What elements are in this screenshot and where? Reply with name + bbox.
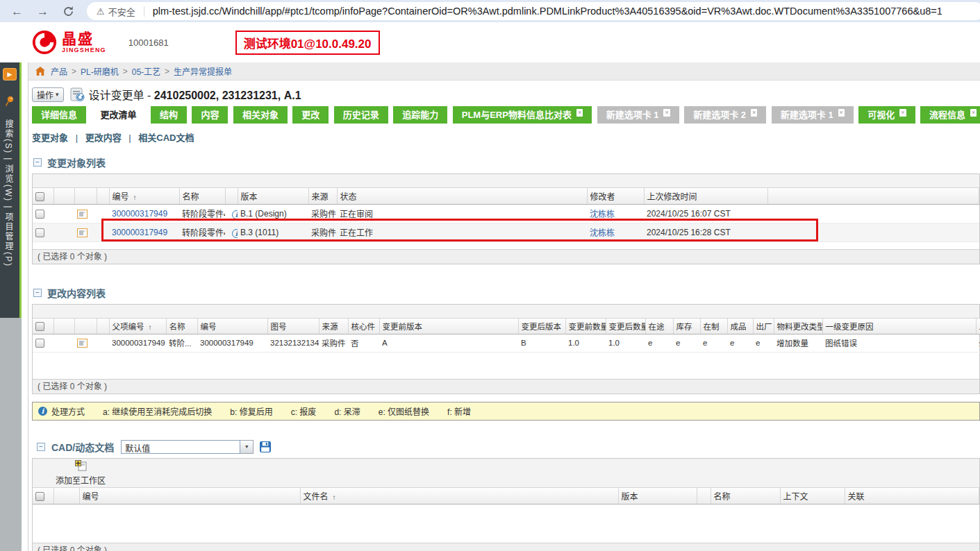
- section-title: CAD/动态文档: [51, 440, 114, 454]
- object-title-bar: 操作 ▾ 设计变更单 - 2410250002, 231231231, A.1: [28, 80, 980, 106]
- part-number-link[interactable]: 300000317949: [112, 228, 167, 237]
- actions-menu-button[interactable]: 操作 ▾: [32, 87, 64, 102]
- tab-change-list[interactable]: 更改清单: [91, 106, 145, 124]
- tab-related-objects[interactable]: 相关对象: [233, 106, 288, 124]
- cad-docs-grid: 添加至工作区 编号 文件名↑ 版本 名称: [32, 458, 980, 551]
- subnav-related-cad[interactable]: 相关CAD文档: [138, 133, 194, 143]
- view-selector[interactable]: 默认值: [121, 440, 240, 454]
- col-number: 编号: [79, 488, 300, 505]
- info-icon[interactable]: i: [232, 210, 238, 219]
- tab-traceability[interactable]: 追踪能力: [393, 106, 447, 124]
- breadcrumb-item-folder[interactable]: 05-工艺: [132, 65, 160, 77]
- sidebar-lower: [0, 318, 22, 551]
- breadcrumb-item-products[interactable]: 产品: [51, 65, 67, 77]
- modifier-link[interactable]: 沈栋栋: [590, 228, 615, 238]
- tab-visualization[interactable]: 可视化×: [858, 106, 915, 124]
- tab-new-tab-2[interactable]: 新建选项卡 2×: [684, 106, 766, 124]
- selection-footer: ( 已选择 0 个对象 ): [33, 543, 979, 551]
- col-name: 名称: [179, 188, 225, 205]
- info-icon[interactable]: i: [232, 229, 238, 238]
- breadcrumb-item-current[interactable]: 生产异常提报单: [174, 65, 232, 77]
- col-number[interactable]: 编号↑: [109, 188, 179, 205]
- tab-plm-erp-compare[interactable]: PLM与ERP物料信息比对表×: [453, 106, 592, 124]
- col-post-version: 变更后版本: [518, 319, 565, 334]
- col-state: 状态: [337, 188, 587, 205]
- browser-toolbar: ← → ⚠ 不安全 plm-test.jsjd.cc/Windchill/app…: [0, 0, 980, 22]
- collapse-icon[interactable]: −: [33, 289, 42, 297]
- col-drawing: 图号: [267, 319, 319, 334]
- col-filename[interactable]: 文件名↑: [300, 488, 618, 505]
- part-icon[interactable]: [77, 228, 88, 237]
- col-core: 核心件: [348, 319, 379, 334]
- col-pre-version: 变更前版本: [379, 319, 518, 334]
- subnav-change-objects[interactable]: 变更对象: [32, 133, 68, 143]
- page-title: 设计变更单 - 2410250002, 231231231, A.1: [89, 86, 301, 103]
- col-wip: 在制: [700, 319, 727, 334]
- modifier-link[interactable]: 沈栋栋: [590, 210, 615, 219]
- close-icon[interactable]: ×: [838, 109, 845, 117]
- home-icon[interactable]: [35, 67, 45, 76]
- environment-badge: 测试环境01@10.0.49.20: [235, 31, 380, 55]
- row-checkbox[interactable]: [35, 210, 44, 219]
- col-version: 版本: [618, 488, 697, 505]
- address-bar[interactable]: ⚠ 不安全 plm-test.jsjd.cc/Windchill/app/#pt…: [87, 2, 980, 20]
- reload-icon[interactable]: [63, 6, 74, 17]
- col-source: 来源: [308, 188, 337, 205]
- breadcrumb-item-product[interactable]: PL-研磨机: [81, 65, 119, 77]
- close-icon[interactable]: ×: [751, 109, 757, 117]
- select-all-checkbox[interactable]: [35, 322, 44, 331]
- pin-icon[interactable]: [5, 96, 15, 107]
- collapse-icon[interactable]: −: [33, 158, 42, 167]
- info-icon: i: [38, 407, 47, 416]
- save-view-icon[interactable]: [260, 441, 271, 452]
- back-icon[interactable]: ←: [11, 6, 23, 17]
- col-post-qty: 变更后数量: [606, 319, 645, 334]
- tab-new-tab-1[interactable]: 新建选项卡 1×: [597, 106, 679, 124]
- collapse-icon[interactable]: −: [37, 443, 45, 451]
- logo-icon: [31, 29, 58, 56]
- part-icon[interactable]: [77, 210, 88, 219]
- tab-structure[interactable]: 结构: [151, 106, 187, 124]
- col-change-type: 物料更改类型: [774, 319, 822, 334]
- table-header-row: 父项编号↑ 名称 编号 图号 来源 核心件 变更前版本 变更后版本 变更前数量 …: [33, 319, 980, 334]
- col-reason-l1: 一级变更原因: [822, 319, 976, 334]
- add-to-workspace-button[interactable]: 添加至工作区: [56, 460, 106, 486]
- logo-text-en: JINGSHENG: [62, 47, 106, 53]
- tab-detail-info[interactable]: 详细信息: [32, 106, 86, 124]
- sidebar-nav-vertical[interactable]: 搜索(S) | 浏览(W) | 项目管理(P): [5, 119, 15, 267]
- col-transit: 在途: [645, 319, 673, 334]
- tab-history[interactable]: 历史记录: [334, 106, 388, 124]
- tab-change[interactable]: 更改: [292, 106, 329, 124]
- close-icon[interactable]: ×: [899, 109, 906, 117]
- row-checkbox[interactable]: [35, 228, 44, 237]
- forward-icon[interactable]: →: [37, 6, 49, 17]
- handling-method-notice: i 处理方式 a: 继续使用至消耗完成后切换 b: 修复后用 c: 报废 d: …: [32, 402, 980, 421]
- col-source: 来源: [319, 319, 348, 334]
- security-chip[interactable]: ⚠ 不安全: [97, 5, 135, 18]
- expand-sidebar-icon[interactable]: ▶: [3, 68, 17, 80]
- address-divider: [144, 6, 144, 17]
- tab-new-tab-1b[interactable]: 新建选项卡 1×: [772, 106, 854, 124]
- view-selector-dropdown-icon[interactable]: ▾: [240, 440, 254, 454]
- url-text[interactable]: plm-test.jsjd.cc/Windchill/app/#ptc1/tco…: [153, 6, 942, 17]
- notice-label: 处理方式: [51, 405, 85, 417]
- select-all-checkbox[interactable]: [35, 492, 44, 501]
- close-icon[interactable]: ×: [663, 109, 670, 117]
- subnav-change-contents[interactable]: 更改内容: [85, 133, 122, 143]
- selection-footer: ( 已选择 0 个对象 ): [33, 249, 979, 264]
- select-all-checkbox[interactable]: [35, 192, 44, 201]
- section-title: 更改内容列表: [47, 286, 106, 300]
- tab-process-info[interactable]: 流程信息×: [920, 106, 980, 124]
- col-parent-number[interactable]: 父项编号↑: [109, 319, 166, 334]
- part-number-link[interactable]: 300000317949: [112, 209, 167, 219]
- logo-text-cn: 晶盛: [62, 31, 106, 46]
- close-icon[interactable]: ×: [970, 109, 977, 117]
- user-id: 10001681: [128, 37, 169, 48]
- tab-content[interactable]: 内容: [192, 106, 228, 124]
- col-context: 上下文: [780, 488, 845, 505]
- row-checkbox[interactable]: [35, 339, 44, 348]
- breadcrumb-separator: >: [72, 67, 76, 76]
- close-icon[interactable]: ×: [576, 109, 583, 117]
- part-icon[interactable]: [77, 339, 88, 348]
- jingsheng-logo: 晶盛 JINGSHENG: [31, 29, 106, 56]
